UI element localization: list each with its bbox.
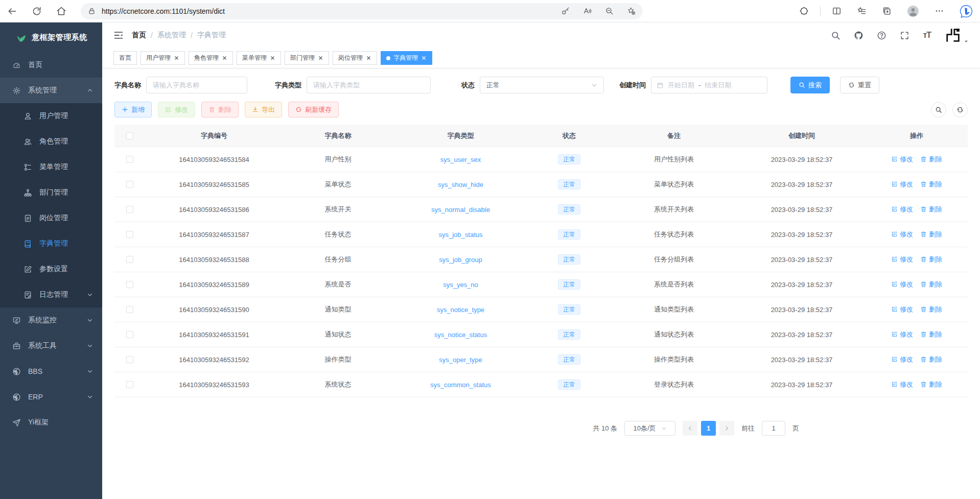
delete-button[interactable]: 删除 (201, 102, 239, 117)
dict-type-link[interactable]: sys_job_status (439, 231, 483, 239)
row-checkbox[interactable] (126, 281, 133, 288)
help-icon[interactable] (877, 31, 886, 40)
goto-page-input[interactable] (762, 421, 785, 436)
row-delete-button[interactable]: 删除 (920, 180, 942, 189)
page-size-select[interactable]: 10条/页 (624, 421, 675, 436)
row-delete-button[interactable]: 删除 (920, 305, 942, 314)
row-edit-button[interactable]: 修改 (891, 330, 913, 339)
search-button[interactable]: 搜索 (790, 77, 830, 93)
row-checkbox[interactable] (126, 206, 133, 213)
tab-dict[interactable]: 字典管理 (381, 51, 432, 65)
export-button[interactable]: 导出 (245, 102, 282, 117)
tab-dept[interactable]: 部门管理 (285, 51, 329, 65)
dict-type-link[interactable]: sys_oper_type (439, 356, 482, 364)
row-edit-button[interactable]: 修改 (891, 355, 913, 364)
row-delete-button[interactable]: 删除 (920, 230, 942, 239)
row-checkbox[interactable] (126, 231, 133, 238)
row-checkbox[interactable] (126, 156, 133, 163)
read-aloud-icon[interactable] (583, 7, 592, 15)
bing-copilot-icon[interactable] (960, 5, 973, 18)
dict-name-input[interactable] (146, 77, 247, 93)
row-edit-button[interactable]: 修改 (891, 280, 913, 289)
edit-button[interactable]: 修改 (158, 102, 195, 117)
row-checkbox[interactable] (126, 331, 133, 338)
row-checkbox[interactable] (126, 181, 133, 188)
tab-post[interactable]: 岗位管理 (333, 51, 377, 65)
status-select[interactable]: 正常 (480, 77, 604, 93)
row-checkbox[interactable] (126, 381, 133, 388)
dict-type-link[interactable]: sys_common_status (430, 381, 491, 389)
address-bar[interactable]: https://ccnetcore.com:1101/system/dict (81, 3, 643, 19)
row-edit-button[interactable]: 修改 (891, 255, 913, 264)
more-menu-icon[interactable] (935, 6, 944, 16)
refresh-cache-button[interactable]: 刷新缓存 (288, 102, 339, 117)
page-number-button[interactable]: 1 (701, 421, 716, 436)
zoom-out-icon[interactable] (605, 7, 614, 15)
github-icon[interactable] (854, 31, 864, 40)
sidebar-item-dept[interactable]: 部门管理 (0, 180, 102, 205)
sidebar-item-tool[interactable]: 系统工具 (0, 333, 102, 359)
back-icon[interactable] (7, 6, 17, 16)
row-delete-button[interactable]: 删除 (920, 155, 942, 164)
app-logo[interactable]: 意框架管理系统 (0, 22, 102, 52)
sidebar-item-log[interactable]: 日志管理 (0, 282, 102, 307)
sidebar-item-home[interactable]: 首页 (0, 52, 102, 78)
row-delete-button[interactable]: 删除 (920, 355, 942, 364)
add-button[interactable]: 新增 (114, 102, 152, 117)
row-checkbox[interactable] (126, 306, 133, 313)
profile-avatar[interactable] (907, 5, 919, 17)
search-icon[interactable] (831, 31, 841, 40)
dict-type-link[interactable]: sys_job_group (439, 256, 482, 264)
collections-icon[interactable] (882, 6, 892, 16)
sidebar-item-param[interactable]: 参数设置 (0, 256, 102, 282)
sidebar-item-dict[interactable]: 字典管理 (0, 231, 102, 256)
favorites-icon[interactable] (857, 6, 867, 16)
row-delete-button[interactable]: 删除 (920, 255, 942, 264)
toggle-search-button[interactable] (931, 102, 946, 117)
row-checkbox[interactable] (126, 356, 133, 363)
sidebar-item-bbs[interactable]: BBS (0, 359, 102, 384)
split-screen-icon[interactable] (832, 6, 842, 16)
row-edit-button[interactable]: 修改 (891, 180, 913, 189)
dict-type-input[interactable] (307, 77, 431, 93)
tab-role[interactable]: 角色管理 (189, 51, 233, 65)
sidebar-item-system[interactable]: 系统管理 (0, 78, 102, 103)
sidebar-item-monitor[interactable]: 系统监控 (0, 307, 102, 333)
collapse-sidebar-icon[interactable] (113, 30, 124, 40)
dict-type-link[interactable]: sys_notice_status (434, 331, 487, 339)
add-favorite-icon[interactable] (627, 7, 636, 15)
row-edit-button[interactable]: 修改 (891, 205, 913, 214)
prev-page-button[interactable] (683, 421, 697, 436)
refresh-table-button[interactable] (952, 102, 968, 117)
sidebar-item-user[interactable]: 用户管理 (0, 103, 102, 129)
row-checkbox[interactable] (126, 256, 133, 263)
breadcrumb-item[interactable]: 首页 (132, 31, 146, 40)
row-edit-button[interactable]: 修改 (891, 380, 913, 389)
refresh-icon[interactable] (32, 6, 42, 16)
row-delete-button[interactable]: 删除 (920, 205, 942, 214)
url-text[interactable]: https://ccnetcore.com:1101/system/dict (102, 7, 548, 15)
fullscreen-icon[interactable] (900, 31, 909, 40)
sidebar-item-post[interactable]: 岗位管理 (0, 205, 102, 231)
reset-button[interactable]: 重置 (840, 77, 879, 93)
font-size-icon[interactable]: тT (923, 31, 931, 40)
row-edit-button[interactable]: 修改 (891, 305, 913, 314)
row-edit-button[interactable]: 修改 (891, 155, 913, 164)
row-delete-button[interactable]: 删除 (920, 280, 942, 289)
dict-type-link[interactable]: sys_yes_no (443, 281, 478, 289)
extensions-icon[interactable] (799, 6, 809, 16)
sidebar-item-erp[interactable]: ERP (0, 384, 102, 410)
dict-type-link[interactable]: sys_normal_disable (431, 206, 490, 213)
user-avatar[interactable] (944, 27, 969, 44)
tab-home[interactable]: 首页 (113, 51, 137, 65)
row-edit-button[interactable]: 修改 (891, 230, 913, 239)
sidebar-item-role[interactable]: 角色管理 (0, 129, 102, 154)
home-icon[interactable] (56, 6, 66, 16)
tab-menu[interactable]: 菜单管理 (237, 51, 281, 65)
date-range-picker[interactable]: 开始日期 - 结束日期 (651, 77, 767, 93)
dict-type-link[interactable]: sys_user_sex (440, 156, 481, 163)
tab-user[interactable]: 用户管理 (141, 51, 185, 65)
next-page-button[interactable] (719, 421, 734, 436)
row-delete-button[interactable]: 删除 (920, 380, 942, 389)
dict-type-link[interactable]: sys_show_hide (438, 181, 483, 188)
